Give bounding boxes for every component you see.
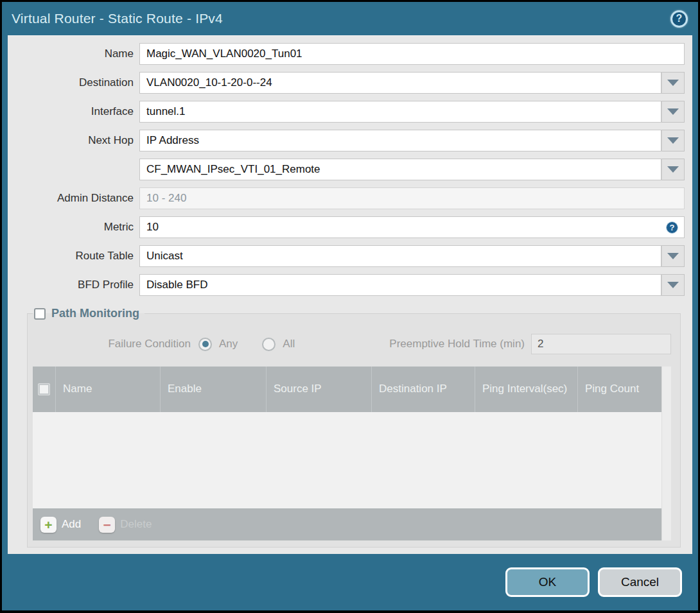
bfd-profile-input[interactable] (139, 274, 661, 296)
path-monitoring-table: Name Enable Source IP Destination IP Pin… (33, 367, 661, 540)
route-table-label: Route Table (8, 250, 139, 263)
radio-any-label: Any (219, 338, 238, 350)
admin-distance-input[interactable] (139, 187, 685, 209)
add-button[interactable]: + Add (40, 517, 81, 533)
bfd-profile-label: BFD Profile (8, 279, 139, 291)
form-row-metric: Metric ? (8, 216, 685, 238)
table-header-ping-count[interactable]: Ping Count (578, 367, 661, 412)
form-row-next-hop-address (8, 159, 685, 180)
next-hop-dropdown-button[interactable] (661, 130, 685, 151)
table-header-enable[interactable]: Enable (161, 367, 267, 412)
destination-label: Destination (8, 76, 139, 89)
path-monitoring-section: Path Monitoring Failure Condition Any Al… (27, 307, 681, 548)
dialog-content: Name Destination Interface Next Hop (8, 35, 692, 554)
next-hop-type-input[interactable] (139, 130, 661, 151)
name-label: Name (8, 47, 139, 60)
cancel-button[interactable]: Cancel (598, 567, 682, 597)
failure-condition-option-any[interactable]: Any (198, 338, 238, 351)
path-monitoring-title: Path Monitoring (51, 307, 139, 320)
form-row-interface: Interface (8, 101, 685, 123)
preemptive-hold-label: Preemptive Hold Time (min) (389, 338, 531, 350)
route-table-dropdown-button[interactable] (661, 245, 685, 267)
interface-input[interactable] (139, 101, 661, 123)
path-monitoring-table-wrap: Name Enable Source IP Destination IP Pin… (33, 367, 671, 540)
next-hop-label: Next Hop (8, 134, 139, 147)
add-button-label: Add (62, 518, 81, 531)
metric-label: Metric (8, 221, 139, 234)
failure-condition-label: Failure Condition (33, 338, 198, 350)
table-header-ping-interval[interactable]: Ping Interval(sec) (475, 367, 578, 412)
table-header-destination-ip[interactable]: Destination IP (372, 367, 475, 412)
route-table-input[interactable] (139, 245, 661, 267)
radio-any-icon[interactable] (198, 338, 212, 351)
next-hop-address-dropdown-button[interactable] (661, 159, 685, 180)
preemptive-hold-group: Preemptive Hold Time (min) (389, 334, 671, 354)
name-control (139, 43, 685, 65)
path-monitoring-legend: Path Monitoring (33, 307, 144, 320)
next-hop-address-control (139, 159, 685, 180)
interface-label: Interface (8, 105, 139, 118)
metric-help-icon[interactable]: ? (666, 221, 678, 234)
destination-control (139, 72, 685, 94)
dialog-title: Virtual Router - Static Route - IPv4 (12, 11, 223, 26)
table-scrollbar[interactable] (661, 367, 671, 540)
interface-dropdown-button[interactable] (661, 101, 685, 123)
form-row-bfd-profile: BFD Profile (8, 274, 685, 296)
name-input[interactable] (139, 43, 685, 65)
form-row-name: Name (8, 43, 685, 65)
metric-input[interactable] (139, 216, 685, 238)
help-icon[interactable]: ? (670, 10, 688, 28)
form-row-next-hop: Next Hop (8, 130, 685, 151)
table-toolbar: + Add − Delete (33, 508, 661, 540)
delete-minus-icon: − (99, 517, 115, 533)
chevron-down-icon (667, 137, 679, 144)
next-hop-address-input[interactable] (139, 159, 661, 180)
admin-distance-label: Admin Distance (8, 192, 139, 205)
add-plus-icon: + (40, 517, 57, 533)
preemptive-hold-input[interactable] (531, 334, 671, 354)
dialog-footer: OK Cancel (2, 554, 698, 610)
metric-control: ? (139, 216, 685, 238)
failure-condition-option-all[interactable]: All (262, 338, 295, 351)
interface-control (139, 101, 685, 123)
chevron-down-icon (667, 253, 679, 259)
ok-button[interactable]: OK (505, 567, 590, 597)
radio-all-label: All (283, 338, 295, 350)
dialog-window: Virtual Router - Static Route - IPv4 ? N… (2, 2, 698, 610)
form-row-admin-distance: Admin Distance (8, 187, 685, 209)
chevron-down-icon (667, 166, 679, 173)
destination-input[interactable] (139, 72, 661, 94)
table-body-empty (33, 412, 661, 508)
delete-button-label: Delete (120, 518, 152, 531)
table-header-source-ip[interactable]: Source IP (267, 367, 372, 412)
failure-condition-row: Failure Condition Any All Preemptive Hol… (33, 333, 671, 355)
form-row-route-table: Route Table (8, 245, 685, 267)
route-table-control (139, 245, 685, 267)
path-monitoring-checkbox[interactable] (34, 308, 46, 320)
table-header-checkbox-cell (33, 367, 56, 412)
table-header-row: Name Enable Source IP Destination IP Pin… (33, 367, 661, 412)
bfd-profile-dropdown-button[interactable] (661, 274, 685, 296)
chevron-down-icon (667, 80, 679, 86)
chevron-down-icon (667, 282, 679, 288)
next-hop-control (139, 130, 685, 151)
radio-all-icon[interactable] (262, 338, 276, 351)
dialog-titlebar: Virtual Router - Static Route - IPv4 ? (2, 2, 698, 35)
select-all-checkbox[interactable] (38, 383, 50, 395)
bfd-profile-control (139, 274, 685, 296)
delete-button[interactable]: − Delete (99, 517, 152, 533)
destination-dropdown-button[interactable] (661, 72, 685, 94)
admin-distance-control (139, 187, 685, 209)
table-header-name[interactable]: Name (56, 367, 161, 412)
chevron-down-icon (667, 108, 679, 115)
form-row-destination: Destination (8, 72, 685, 94)
